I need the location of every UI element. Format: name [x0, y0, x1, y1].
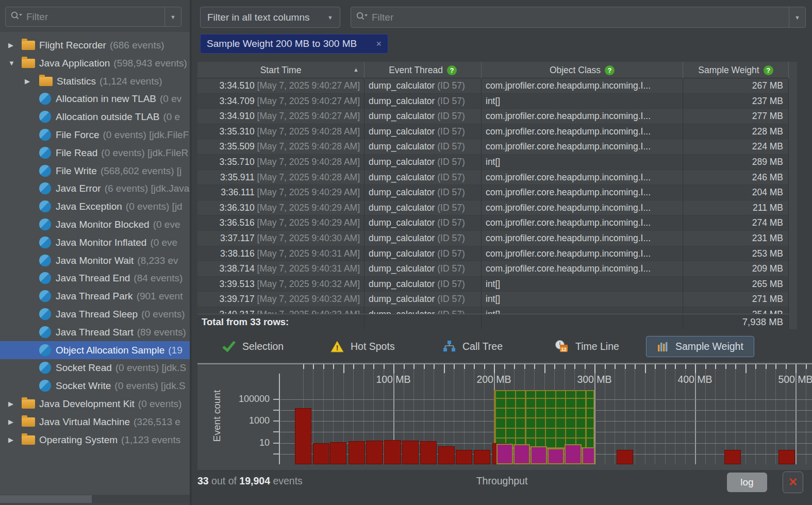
close-view-button[interactable]: ✕ — [783, 472, 803, 493]
chart-y-axis-tick-label: 1000 — [226, 415, 270, 426]
table-row[interactable]: 3:34.510 [May 7, 2025 9:40:27 AM]dump_ca… — [197, 78, 789, 94]
chart-y-axis-tick — [273, 443, 279, 444]
sidebar-item-java-exception[interactable]: Java Exception(0 events) [jd — [0, 197, 190, 215]
folder-icon — [22, 399, 35, 409]
table-row[interactable]: 3:37.117 [May 7, 2025 9:40:30 AM]dump_ca… — [197, 231, 789, 246]
sidebar-item-java-thread-start[interactable]: Java Thread Start(89 events) — [0, 323, 190, 341]
chart-y-axis-tick-label: 100000 — [226, 394, 270, 405]
sidebar-horizontal-scrollbar[interactable] — [0, 495, 190, 503]
help-icon[interactable]: ? — [605, 65, 615, 75]
event-type-count: (0 events) — [141, 309, 185, 319]
sidebar-item-flight-recorder[interactable]: ▶Flight Recorder(686 events) — [0, 36, 190, 54]
table-row[interactable]: 3:34.910 [May 7, 2025 9:40:27 AM]dump_ca… — [197, 109, 789, 124]
sidebar-item-java-thread-park[interactable]: Java Thread Park(901 event — [0, 287, 190, 305]
table-row[interactable]: 3:39.717 [May 7, 2025 9:40:32 AM]dump_ca… — [197, 292, 789, 307]
chevron-right-icon[interactable]: ▶ — [8, 36, 13, 54]
event-type-count: (568,602 events) [j — [101, 165, 181, 176]
log-button[interactable]: log — [727, 473, 767, 492]
chart-bar — [349, 441, 365, 464]
tab-time-line[interactable]: 12Time Line — [555, 332, 619, 361]
sidebar-item-allocation-in-new-tlab[interactable]: Allocation in new TLAB(0 ev — [0, 90, 190, 108]
column-header-start-time[interactable]: Start Time▲ — [197, 62, 364, 78]
chevron-right-icon[interactable]: ▶ — [8, 413, 13, 431]
chevron-right-icon[interactable]: ▶ — [8, 431, 13, 449]
sidebar-item-java-thread-sleep[interactable]: Java Thread Sleep(0 events) — [0, 305, 190, 323]
column-header-sample-weight[interactable]: Sample Weight? — [683, 62, 789, 78]
chart-x-axis-tick — [625, 364, 626, 369]
tab-hot-spots[interactable]: !Hot Spots — [330, 332, 395, 361]
sidebar-item-socket-write[interactable]: Socket Write(0 events) [jdk.S — [0, 377, 190, 395]
sidebar-item-java-development-kit[interactable]: ▶Java Development Kit(0 events) — [0, 395, 190, 413]
chevron-right-icon[interactable]: ▶ — [8, 395, 13, 413]
sidebar-filter-dropdown-button[interactable]: ▼ — [164, 7, 181, 26]
chevron-down-icon[interactable]: ▼ — [8, 54, 15, 72]
table-row[interactable]: 3:35.310 [May 7, 2025 9:40:28 AM]dump_ca… — [197, 124, 789, 140]
sidebar-item-java-virtual-machine[interactable]: ▶Java Virtual Machine(326,513 e — [0, 413, 190, 431]
close-icon[interactable]: × — [376, 39, 382, 49]
event-type-icon — [39, 290, 51, 302]
sidebar-item-operating-system[interactable]: ▶Operating System(1,123 events — [0, 431, 190, 449]
chart-x-axis-tick — [454, 364, 455, 369]
event-type-count: (0 events) — [138, 398, 181, 409]
sidebar-item-statistics[interactable]: ▶Statistics(1,124 events) — [0, 72, 190, 90]
table-row[interactable]: 3:36.111 [May 7, 2025 9:40:29 AM]dump_ca… — [197, 185, 789, 200]
chevron-right-icon[interactable]: ▶ — [25, 72, 30, 90]
chart-x-axis-tick — [725, 364, 726, 369]
sidebar-item-label: Java Thread End(84 events) — [56, 269, 183, 287]
event-type-name: Java Thread End — [56, 273, 130, 283]
table-row[interactable]: 3:40.317 [May 7, 2025 9:40:33 AM]dump_ca… — [197, 307, 789, 314]
column-header-object-class[interactable]: Object Class? — [482, 62, 683, 78]
sidebar-item-file-read[interactable]: File Read(0 events) [jdk.FileR — [0, 144, 190, 162]
event-type-icon — [39, 380, 51, 392]
chart-x-axis-tick — [363, 364, 364, 369]
table-filter-input[interactable]: Filter ▼ — [351, 7, 806, 28]
sidebar-item-file-force[interactable]: File Force(0 events) [jdk.FileF — [0, 126, 190, 144]
tab-call-tree[interactable]: Call Tree — [442, 332, 503, 361]
event-type-count: (1,124 events) — [100, 76, 162, 87]
table-row[interactable]: 3:35.710 [May 7, 2025 9:40:28 AM]dump_ca… — [197, 155, 789, 170]
filter-chip-sample-weight[interactable]: Sample Weight 200 MB to 300 MB × — [200, 34, 388, 54]
folder-icon — [22, 41, 35, 50]
chart-bar — [366, 441, 383, 464]
sidebar-item-object-allocation-sample[interactable]: Object Allocation Sample(19 — [0, 341, 190, 359]
sidebar-item-java-error[interactable]: Java Error(6 events) [jdk.Java — [0, 179, 190, 197]
chart-selection-overlay[interactable] — [494, 390, 594, 449]
sidebar-item-java-monitor-blocked[interactable]: Java Monitor Blocked(0 eve — [0, 215, 190, 233]
table-row[interactable]: 3:36.310 [May 7, 2025 9:40:29 AM]dump_ca… — [197, 200, 789, 216]
table-row[interactable]: 3:35.509 [May 7, 2025 9:40:28 AM]dump_ca… — [197, 139, 789, 155]
sidebar-item-allocation-outside-tlab[interactable]: Allocation outside TLAB(0 e — [0, 108, 190, 126]
scrollbar-thumb[interactable] — [0, 495, 92, 503]
column-header-event-thread[interactable]: Event Thread? — [364, 62, 482, 78]
table-row[interactable]: 3:39.513 [May 7, 2025 9:40:32 AM]dump_ca… — [197, 277, 789, 292]
chart-y-axis-tick-label: 10 — [226, 437, 270, 448]
table-row[interactable]: 3:38.116 [May 7, 2025 9:40:31 AM]dump_ca… — [197, 246, 789, 262]
chart-x-axis-tick — [413, 364, 415, 369]
sidebar-item-java-monitor-inflated[interactable]: Java Monitor Inflated(0 eve — [0, 233, 190, 251]
event-type-name: File Force — [56, 129, 99, 140]
table-row[interactable]: 3:34.709 [May 7, 2025 9:40:27 AM]dump_ca… — [197, 94, 789, 109]
table-row[interactable]: 3:35.911 [May 7, 2025 9:40:28 AM]dump_ca… — [197, 170, 789, 186]
sidebar-item-socket-read[interactable]: Socket Read(0 events) [jdk.S — [0, 359, 190, 377]
sidebar-item-java-thread-end[interactable]: Java Thread End(84 events) — [0, 269, 190, 287]
cell-start-time: 3:38.714 [May 7, 2025 9:40:31 AM] — [197, 261, 364, 277]
column-header-label: Object Class — [550, 65, 601, 76]
help-icon[interactable]: ? — [764, 65, 773, 75]
event-type-count: (326,513 e — [134, 416, 180, 427]
table-row[interactable]: 3:36.516 [May 7, 2025 9:40:29 AM]dump_ca… — [197, 215, 789, 231]
sidebar-item-java-application[interactable]: ▼Java Application(598,943 events) — [0, 54, 190, 72]
chevron-down-icon: ▼ — [170, 14, 176, 20]
cell-event-thread: dump_calculator (ID 57) — [364, 109, 482, 124]
sidebar-filter-input[interactable]: Filter ▼ — [5, 7, 181, 27]
chart-x-axis-tick — [565, 364, 566, 369]
help-icon[interactable]: ? — [447, 65, 457, 75]
filter-column-select[interactable]: Filter in all text columns ▼ — [200, 7, 340, 28]
tab-label: Call Tree — [462, 341, 503, 352]
tab-selection[interactable]: Selection — [222, 332, 284, 361]
event-type-count: (0 eve — [153, 219, 180, 230]
tab-sample-weight[interactable]: Sample Weight — [646, 336, 754, 357]
table-row[interactable]: 3:38.714 [May 7, 2025 9:40:31 AM]dump_ca… — [197, 261, 789, 277]
table-vertical-scrollbar[interactable] — [789, 62, 797, 329]
sidebar-item-file-write[interactable]: File Write(568,602 events) [j — [0, 162, 190, 180]
table-filter-dropdown-button[interactable]: ▼ — [789, 7, 805, 27]
sidebar-item-java-monitor-wait[interactable]: Java Monitor Wait(8,233 ev — [0, 251, 190, 270]
